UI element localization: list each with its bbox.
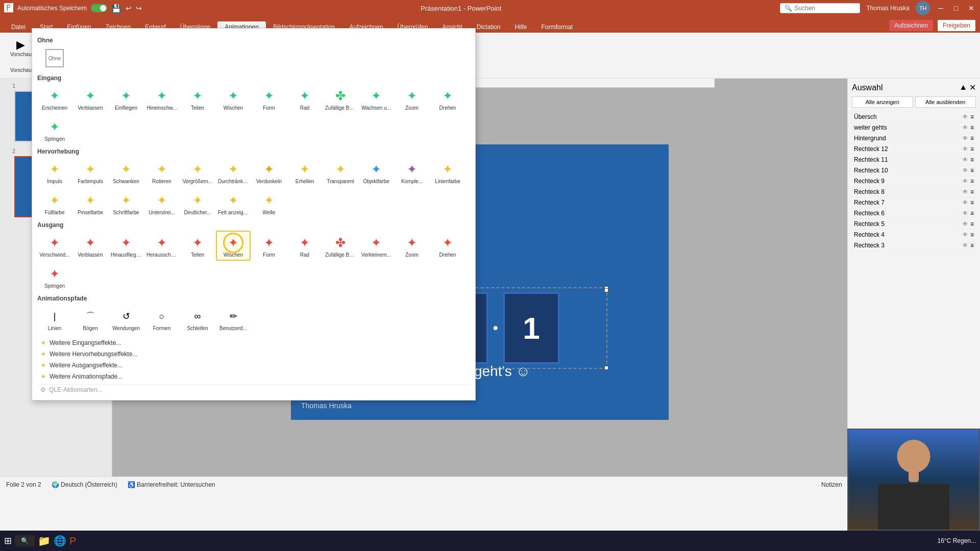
freigeben-button[interactable]: Freigeben (937, 19, 976, 32)
reorder-ueberschrift[interactable]: ≡ (970, 113, 974, 120)
anim-durchtranken[interactable]: ✦Durchtränken (216, 157, 251, 187)
handle-mr[interactable] (604, 288, 608, 292)
list-item-r12[interactable]: Rechteck 12 👁 ≡ (852, 144, 976, 155)
anim-wachsen[interactable]: ✦Wachsen u... (359, 84, 394, 114)
maximize-button[interactable]: □ (951, 4, 961, 13)
anim-deutlicher[interactable]: ✦Deutlicher... (180, 188, 215, 218)
anim-springen-in[interactable]: ✦Springen (37, 115, 72, 145)
reorder-r8[interactable]: ≡ (970, 188, 974, 195)
anim-zoom-out[interactable]: ✦Zoom (395, 231, 429, 261)
anim-schleifen[interactable]: ∞ Schleifen (180, 304, 215, 334)
accessibility-indicator[interactable]: ♿ Barrierefreiheit: Untersuchen (128, 481, 215, 488)
alle-ausblenden-btn[interactable]: Alle ausblenden (915, 96, 976, 108)
taskbar-file-explorer[interactable]: 📁 (38, 535, 51, 547)
panel-close-icon[interactable]: ✕ (969, 83, 976, 92)
anim-fuellfarbe[interactable]: ✦Füllfarbe (37, 188, 72, 218)
anim-wischen-out[interactable]: ✦ Wischen (216, 231, 251, 261)
anim-pinselfarbe[interactable]: ✦Pinselfarbe (73, 188, 108, 218)
eye-r8[interactable]: 👁 (962, 188, 968, 195)
reorder-r10[interactable]: ≡ (970, 167, 974, 174)
toolbar-undo[interactable]: ↩ (126, 4, 132, 12)
reorder-hintergrund[interactable]: ≡ (970, 135, 974, 142)
anim-form-out[interactable]: ✦Form (252, 231, 286, 261)
reorder-r6[interactable]: ≡ (970, 210, 974, 217)
anim-welle[interactable]: ✦Welle (252, 188, 286, 218)
anim-objektfarbe[interactable]: ✦Objektfarbe (359, 157, 394, 187)
anim-rotieren[interactable]: ✦Rotieren (144, 157, 179, 187)
anim-springen-out[interactable]: ✦Springen (37, 262, 72, 292)
taskbar-chrome[interactable]: 🌐 (54, 535, 66, 547)
anim-verdunkeln[interactable]: ✦Verdunkeln (252, 157, 286, 187)
weitere-ausgang-link[interactable]: ✦ Weitere Ausgangseffekte... (37, 360, 470, 371)
list-item-r6[interactable]: Rechteck 6 👁 ≡ (852, 208, 976, 219)
vorschau2-btn[interactable]: Vorschau (8, 66, 34, 74)
list-item-r5[interactable]: Rechteck 5 👁 ≡ (852, 219, 976, 230)
eye-r4[interactable]: 👁 (962, 231, 968, 238)
notes-btn[interactable]: Notizen (821, 481, 842, 488)
list-item-ueberschrift[interactable]: Übersch 👁 ≡ (852, 112, 976, 122)
eye-r7[interactable]: 👁 (962, 199, 968, 206)
anim-zufaellige-out[interactable]: ✤Zufällige Ba... (323, 231, 358, 261)
reorder-r9[interactable]: ≡ (970, 178, 974, 185)
anim-unterstrei[interactable]: ✦Unterstrei... (144, 188, 179, 218)
search-input[interactable] (794, 5, 855, 12)
alle-anzeigen-btn[interactable]: Alle anzeigen (852, 96, 913, 108)
toolbar-redo[interactable]: ↪ (136, 4, 142, 12)
anim-linien[interactable]: | Linien (37, 304, 72, 334)
list-item-r8[interactable]: Rechteck 8 👁 ≡ (852, 187, 976, 197)
eye-ueberschrift[interactable]: 👁 (962, 113, 968, 120)
auto-save-toggle[interactable] (91, 4, 107, 12)
list-item-weitergehts[interactable]: weiter gehts 👁 ≡ (852, 122, 976, 133)
list-item-r10[interactable]: Rechteck 10 👁 ≡ (852, 165, 976, 176)
reorder-r3[interactable]: ≡ (970, 242, 974, 249)
anim-wischen-in[interactable]: ✦Wischen (216, 84, 251, 114)
search-bar[interactable]: 🔍 (780, 3, 860, 13)
list-item-r4[interactable]: Rechteck 4 👁 ≡ (852, 230, 976, 240)
search-taskbar[interactable]: 🔍 (15, 535, 35, 546)
tab-hilfe[interactable]: Hilfe (507, 21, 534, 33)
eye-r6[interactable]: 👁 (962, 210, 968, 217)
eye-hintergrund[interactable]: 👁 (962, 135, 968, 142)
reorder-r5[interactable]: ≡ (970, 220, 974, 228)
anim-einfliegen[interactable]: ✦Einfliegen (109, 84, 143, 114)
anim-vergroessern[interactable]: ✦Vergrößern... (180, 157, 215, 187)
anim-hinausfliegen[interactable]: ✦Hinausfliegen (109, 231, 143, 261)
anim-transparent[interactable]: ✦Transparent (323, 157, 358, 187)
anim-farbimpuls[interactable]: ✦Farbimpuls (73, 157, 108, 187)
eye-r12[interactable]: 👁 (962, 145, 968, 153)
anim-zufaellige-in[interactable]: ✤Zufällige Ba... (323, 84, 358, 114)
anim-rad-in[interactable]: ✦Rad (287, 84, 322, 114)
anim-erscheinen[interactable]: ✦Erscheinen (37, 84, 72, 114)
qle-line[interactable]: ⚙ QLE-Aktionsarten... (37, 384, 470, 395)
anim-komple[interactable]: ✦Komple... (395, 157, 429, 187)
anim-fett[interactable]: ✦Fett anzeigen (216, 188, 251, 218)
anim-zoom-in[interactable]: ✦Zoom (395, 84, 429, 114)
anim-verblassen-in[interactable]: ✦Verblassen (73, 84, 108, 114)
list-item-r9[interactable]: Rechteck 9 👁 ≡ (852, 176, 976, 187)
anim-verblassen-out[interactable]: ✦Verblassen (73, 231, 108, 261)
weitere-animationspfade-link[interactable]: ✦ Weitere Animationspfade... (37, 371, 470, 382)
anim-formen-path[interactable]: ○ Formen (144, 304, 179, 334)
anim-verkleinern[interactable]: ✦Verkleinern... (359, 231, 394, 261)
anim-wendungen[interactable]: ↺ Wendungen (109, 304, 143, 334)
anim-schriftfarbe[interactable]: ✦Schriftfarbe (109, 188, 143, 218)
anim-none-item[interactable]: Ohne (37, 46, 72, 70)
aufzeichnen-button[interactable]: Aufzeichnen (889, 20, 933, 31)
eye-r11[interactable]: 👁 (962, 156, 968, 163)
anim-benutzerd[interactable]: ✏ Benutzerd... (216, 304, 251, 334)
anim-rad-out[interactable]: ✦Rad (287, 231, 322, 261)
list-item-r11[interactable]: Rechteck 11 👁 ≡ (852, 155, 976, 165)
anim-teilen-in[interactable]: ✦Teilen (180, 84, 215, 114)
taskbar-powerpoint[interactable]: P (69, 535, 76, 547)
minimize-button[interactable]: ─ (936, 4, 945, 13)
anim-hineinschweben[interactable]: ✦Hineinschw... (144, 84, 179, 114)
start-button[interactable]: ⊞ (4, 535, 12, 546)
anim-schwanken[interactable]: ✦Schwanken (109, 157, 143, 187)
list-item-hintergrund[interactable]: Hintergrund 👁 ≡ (852, 133, 976, 144)
list-item-r3[interactable]: Rechteck 3 👁 ≡ (852, 240, 976, 251)
panel-collapse-icon[interactable]: ▲ (959, 83, 967, 92)
close-button[interactable]: ✕ (967, 4, 976, 13)
anim-impuls[interactable]: ✦Impuls (37, 157, 72, 187)
reorder-r12[interactable]: ≡ (970, 145, 974, 153)
eye-r3[interactable]: 👁 (962, 242, 968, 249)
